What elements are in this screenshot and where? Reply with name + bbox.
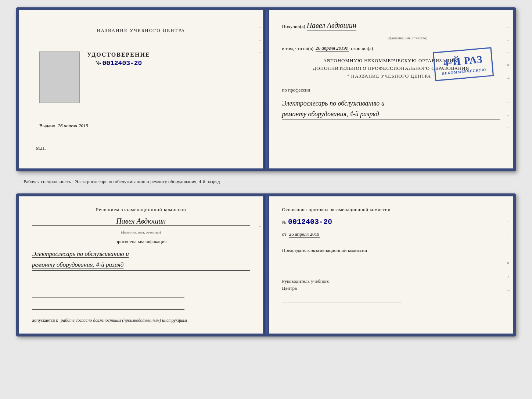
protocol-prefix: № xyxy=(282,220,287,225)
separator-label: Рабочая специальность - Электрослесарь п… xyxy=(16,179,516,186)
profession-line1: Электрослесарь по обслуживанию и xyxy=(282,98,500,109)
book-spine xyxy=(264,10,269,168)
mp-label: М.П. xyxy=(36,145,254,151)
training-center-title: НАЗВАНИЕ УЧЕБНОГО ЦЕНТРА xyxy=(54,28,228,35)
profession-text: Электрослесарь по обслуживанию и ремонту… xyxy=(282,98,500,120)
left-side-marks: – – – xyxy=(259,25,261,54)
top-book-right-page: Получил(а) Павел Авдюшин – (фамилия, имя… xyxy=(269,10,513,168)
sig-line-1 xyxy=(32,278,184,286)
chairman-title: Председатель экзаменационной комиссии xyxy=(282,247,500,254)
head-title-line2: Центра xyxy=(282,285,297,291)
head-sig-line xyxy=(282,295,402,303)
received-label: Получил(а) xyxy=(282,24,305,29)
certificate-number: 0012403-20 xyxy=(102,60,142,67)
sig-line-2 xyxy=(32,290,184,298)
certificate-label: УДОСТОВЕРЕНИЕ xyxy=(87,51,150,58)
stamp-line xyxy=(39,129,126,129)
allowed-text: работе согласно должностным (производств… xyxy=(61,318,187,323)
stamp-overlay: 4-й раз НЕКОММЕРЧЕСКУЮ xyxy=(433,47,494,81)
bottom-right-page: Основание: протокол экзаменационной коми… xyxy=(269,196,513,334)
issued-line: Выдано 26 апреля 2019 xyxy=(39,123,250,129)
stamp-number: 4-й раз xyxy=(440,52,486,70)
date-prefix: от xyxy=(282,231,287,237)
completed-label: окончил(а) xyxy=(351,46,373,51)
allowed-prefix: допускается к xyxy=(32,318,58,323)
protocol-date-line: от 26 апреля 2019 xyxy=(282,231,500,237)
head-title-line1: Руководитель учебного xyxy=(282,278,330,284)
recipient-name: Павел Авдюшин xyxy=(307,21,356,31)
completed-date: 26 апреля 2019г. xyxy=(316,45,349,52)
head-title: Руководитель учебного Центра xyxy=(282,278,500,292)
head-block: Руководитель учебного Центра xyxy=(282,278,500,303)
issued-label: Выдано xyxy=(39,123,55,128)
protocol-line: № 0012403-20 xyxy=(282,218,500,226)
sig-line-3 xyxy=(32,302,184,310)
bottom-right-side-marks: – – – и ,а ← – – – xyxy=(507,218,511,335)
person-name-subtext: (фамилия, имя, отчество) xyxy=(32,230,250,234)
profession-label: по профессии xyxy=(282,87,500,93)
photo-placeholder xyxy=(39,51,80,103)
issued-block: Выдано 26 апреля 2019 xyxy=(32,123,250,129)
chairman-sig-line xyxy=(282,257,402,265)
top-book: НАЗВАНИЕ УЧЕБНОГО ЦЕНТРА УДОСТОВЕРЕНИЕ №… xyxy=(16,7,516,171)
cert-number-prefix: № xyxy=(95,60,101,66)
chairman-block: Председатель экзаменационной комиссии xyxy=(282,247,500,265)
qualification-line2: ремонту оборудования, 4-й разряд xyxy=(32,260,250,270)
certificate-number-line: № 0012403-20 xyxy=(87,60,150,67)
name-subtext: (фамилия, имя, отчество) xyxy=(315,36,500,40)
allowed-label: допускается к работе согласно должностны… xyxy=(32,318,250,323)
recipient-line: Получил(а) Павел Авдюшин – xyxy=(282,21,500,31)
basis-text: Основание: протокол экзаменационной коми… xyxy=(282,207,500,213)
qualification-label: присвоена квалификация xyxy=(32,239,250,245)
bottom-left-side-marks: – – – xyxy=(259,211,261,241)
top-book-left-page: НАЗВАНИЕ УЧЕБНОГО ЦЕНТРА УДОСТОВЕРЕНИЕ №… xyxy=(19,10,264,168)
person-name: Павел Авдюшин xyxy=(32,217,250,226)
certificate-block: УДОСТОВЕРЕНИЕ № 0012403-20 xyxy=(87,51,150,67)
issued-date: 26 апреля 2019 xyxy=(58,123,88,128)
commission-title: Решением экзаменационной комиссии xyxy=(32,207,250,213)
completed-prefix: в том, что он(а) xyxy=(282,46,314,51)
bottom-book-spine xyxy=(264,196,269,334)
qualification-line1: Электрослесарь по обслуживанию и xyxy=(32,249,250,260)
signature-lines xyxy=(32,278,250,310)
bottom-left-page: Решением экзаменационной комиссии Павел … xyxy=(19,196,264,334)
protocol-number: 0012403-20 xyxy=(288,218,332,226)
right-side-marks: – – – и ,а ← – – – xyxy=(507,25,511,129)
organization-block: АВТОНОМНУЮ НЕКОММЕРЧЕСКУЮ ОРГАНИЗАЦИЮ ДО… xyxy=(282,57,500,80)
profession-line2: ремонту оборудования, 4-й разряд xyxy=(282,109,500,120)
qualification-text: Электрослесарь по обслуживанию и ремонту… xyxy=(32,249,250,271)
protocol-date: 26 апреля 2019 xyxy=(289,231,320,238)
bottom-book: Решением экзаменационной комиссии Павел … xyxy=(16,193,516,336)
